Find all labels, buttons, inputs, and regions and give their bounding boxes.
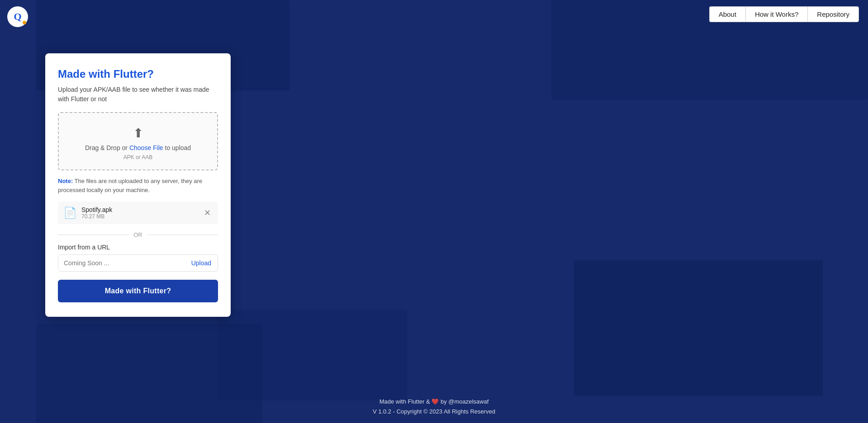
url-upload-button[interactable]: Upload [185,255,218,271]
dropzone[interactable]: ⬆ Drag & Drop or Choose File to upload A… [58,112,218,170]
dropzone-text: Drag & Drop or Choose File to upload [66,144,210,151]
card-subtitle: Upload your APK/AAB file to see whether … [58,85,218,104]
import-label: Import from a URL [58,244,218,251]
file-size: 70.27 MB [81,213,202,220]
navbar: About How it Works? Repository [700,0,868,28]
note-bold: Note: [58,178,73,184]
main-card: Made with Flutter? Upload your APK/AAB f… [45,53,231,317]
file-item: 📄 Spotify.apk 70.27 MB ✕ [58,202,218,224]
url-input[interactable] [58,255,185,271]
footer-line1: Made with Flutter & ❤️ by @moazelsawaf [0,397,868,407]
or-line-right [147,235,218,235]
choose-file-link[interactable]: Choose File [129,144,163,151]
file-name: Spotify.apk [81,206,202,213]
file-icon: 📄 [63,207,77,219]
logo-circle: Q [7,6,28,27]
note-text: The files are not uploaded to any server… [58,178,202,193]
after-choose-text: to upload [163,144,191,151]
cta-button[interactable]: Made with Flutter? [58,280,218,302]
repository-button[interactable]: Repository [807,6,859,22]
file-remove-button[interactable]: ✕ [202,207,213,219]
drag-drop-text: Drag & Drop or [85,144,129,151]
logo-dot [23,21,26,24]
or-divider: OR [58,231,218,238]
file-info: Spotify.apk 70.27 MB [81,206,202,220]
logo-letter: Q [14,11,21,23]
or-text: OR [133,231,142,238]
how-it-works-button[interactable]: How it Works? [745,6,807,22]
card-title: Made with Flutter? [58,68,218,80]
about-button[interactable]: About [709,6,745,22]
url-input-row: Upload [58,254,218,272]
footer: Made with Flutter & ❤️ by @moazelsawaf V… [0,397,868,417]
note: Note: The files are not uploaded to any … [58,177,218,194]
or-line-left [58,235,129,235]
footer-line2: V 1.0.2 - Copyright © 2023 All Rights Re… [0,407,868,417]
upload-icon: ⬆ [66,126,210,141]
logo[interactable]: Q [7,6,30,29]
dropzone-hint: APK or AAB [66,154,210,160]
